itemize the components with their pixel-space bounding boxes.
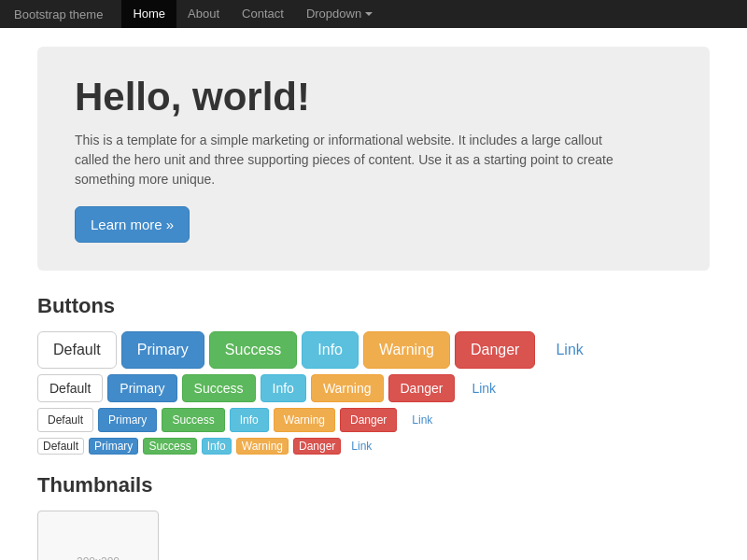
btn-link-sm[interactable]: Link <box>402 408 443 432</box>
thumbnail-label: 200x200 <box>77 555 120 560</box>
thumbnail-placeholder: 200x200 <box>37 511 159 560</box>
button-row-sm: Default Primary Success Info Warning Dan… <box>37 408 710 432</box>
btn-success-md[interactable]: Success <box>182 374 256 402</box>
jumbotron: Hello, world! This is a template for a s… <box>37 47 710 271</box>
btn-primary-md[interactable]: Primary <box>107 374 176 402</box>
navbar: Bootstrap theme Home About Contact Dropd… <box>0 0 747 28</box>
buttons-section: Buttons Default Primary Success Info War… <box>37 294 710 455</box>
btn-success-lg[interactable]: Success <box>209 331 297 369</box>
btn-link-xs[interactable]: Link <box>345 438 377 455</box>
btn-danger-sm[interactable]: Danger <box>340 408 397 432</box>
btn-success-xs[interactable]: Success <box>143 438 196 455</box>
thumbnails-section: Thumbnails 200x200 <box>37 473 710 560</box>
btn-primary-lg[interactable]: Primary <box>121 331 204 369</box>
nav-link-contact[interactable]: Contact <box>231 0 295 28</box>
jumbotron-heading: Hello, world! <box>75 75 672 119</box>
navbar-brand[interactable]: Bootstrap theme <box>14 7 103 21</box>
btn-default-lg[interactable]: Default <box>37 331 117 369</box>
button-row-lg: Default Primary Success Info Warning Dan… <box>37 331 710 369</box>
btn-primary-xs[interactable]: Primary <box>89 438 138 455</box>
button-row-xs: Default Primary Success Info Warning Dan… <box>37 438 710 455</box>
btn-danger-xs[interactable]: Danger <box>293 438 341 455</box>
nav-item-contact[interactable]: Contact <box>231 0 295 28</box>
btn-warning-md[interactable]: Warning <box>311 374 384 402</box>
nav-item-home[interactable]: Home <box>121 0 176 28</box>
nav-link-home[interactable]: Home <box>121 0 176 28</box>
buttons-section-title: Buttons <box>37 294 710 318</box>
main-container: Hello, world! This is a template for a s… <box>23 28 724 560</box>
btn-warning-sm[interactable]: Warning <box>274 408 335 432</box>
learn-more-button[interactable]: Learn more » <box>75 206 190 243</box>
nav-item-about[interactable]: About <box>176 0 231 28</box>
navbar-nav: Home About Contact Dropdown <box>121 0 384 28</box>
nav-item-dropdown[interactable]: Dropdown <box>295 0 384 28</box>
btn-link-lg[interactable]: Link <box>540 331 599 369</box>
jumbotron-description: This is a template for a simple marketin… <box>75 131 635 189</box>
button-row-md: Default Primary Success Info Warning Dan… <box>37 374 710 402</box>
dropdown-caret-icon <box>365 12 373 16</box>
btn-info-xs[interactable]: Info <box>202 438 232 455</box>
thumbnails-section-title: Thumbnails <box>37 473 710 497</box>
btn-primary-sm[interactable]: Primary <box>98 408 157 432</box>
nav-link-dropdown[interactable]: Dropdown <box>295 0 384 28</box>
btn-info-sm[interactable]: Info <box>230 408 269 432</box>
btn-default-xs[interactable]: Default <box>37 438 84 455</box>
btn-warning-xs[interactable]: Warning <box>236 438 289 455</box>
btn-success-sm[interactable]: Success <box>162 408 224 432</box>
nav-link-about[interactable]: About <box>176 0 231 28</box>
btn-link-md[interactable]: Link <box>459 374 508 402</box>
btn-default-sm[interactable]: Default <box>37 408 93 432</box>
btn-danger-md[interactable]: Danger <box>388 374 456 402</box>
btn-danger-lg[interactable]: Danger <box>455 331 535 369</box>
btn-info-md[interactable]: Info <box>261 374 306 402</box>
btn-default-md[interactable]: Default <box>37 374 103 402</box>
btn-warning-lg[interactable]: Warning <box>363 331 450 369</box>
btn-info-lg[interactable]: Info <box>302 331 359 369</box>
